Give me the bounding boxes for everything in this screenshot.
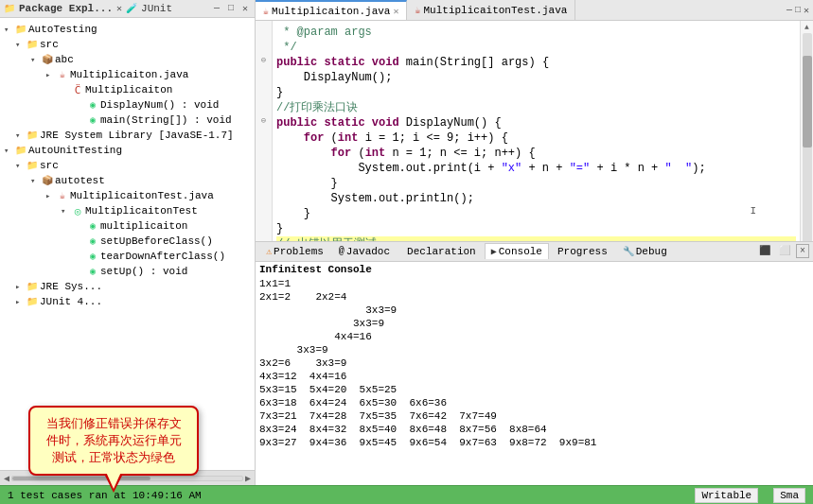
tree-label-jre1: JRE System Library [JavaSE-1.7] [40, 130, 234, 141]
tree-item-src1[interactable]: ▾ 📁 src [0, 37, 255, 52]
maximize-editor-icon[interactable]: □ [795, 5, 801, 16]
bottom-tab-console[interactable]: ▶ Console [485, 243, 549, 259]
tree-item-src2[interactable]: ▾ 📁 src [0, 158, 255, 173]
java-file-icon: ☕ [55, 189, 70, 202]
expand-arrow[interactable]: ▸ [15, 297, 25, 307]
method-icon: ◉ [85, 98, 100, 112]
folder-icon: 📁 [25, 159, 40, 172]
scroll-track[interactable] [803, 33, 812, 241]
expand-arrow[interactable]: ▾ [15, 130, 25, 141]
panel-tab-package[interactable]: Package Expl... [19, 3, 113, 14]
tree-item-main[interactable]: ◉ main(String[]) : void [0, 113, 255, 128]
status-right: Writable Sma [695, 488, 805, 503]
gutter-line [256, 70, 272, 85]
expand-arrow[interactable]: ▾ [4, 25, 13, 35]
scroll-left-arrow[interactable]: ◀ [4, 473, 9, 484]
expand-arrow[interactable]: ▸ [45, 191, 55, 201]
editor-tab-multiplicaiton[interactable]: ☕ Multiplicaiton.java ✕ [256, 0, 407, 20]
tree-item-abc[interactable]: ▾ 📦 abc [0, 52, 255, 67]
expand-arrow[interactable]: ▾ [61, 206, 70, 217]
tree-item-multtest-class[interactable]: ▾ ◎ MultiplicaitonTest [0, 203, 255, 218]
tree-label-multtest-java: MultiplicaitonTest.java [70, 190, 214, 201]
minimize-icon[interactable]: — [211, 2, 222, 15]
console-title: Infinitest Console [259, 264, 809, 275]
code-area[interactable]: ⊖ ⊖ * @param args [256, 21, 813, 241]
expand-arrow[interactable]: ▸ [15, 282, 25, 292]
tree-label-autotesting: AutoTesting [28, 24, 97, 35]
package-icon: 📦 [40, 174, 55, 187]
debug-icon: 🔧 [623, 246, 634, 257]
expand-arrow[interactable]: ▾ [15, 161, 25, 171]
gutter-minus: ⊖ [256, 55, 272, 70]
tree-item-autotesting[interactable]: ▾ 📁 AutoTesting [0, 22, 255, 37]
left-panel-header: 📁 Package Expl... ✕ 🧪 JUnit — □ ✕ [0, 0, 255, 18]
method-icon: ◉ [85, 265, 100, 278]
tree-item-multiplicaiton-class[interactable]: C̈ Multiplicaiton [0, 82, 255, 97]
scroll-right-arrow[interactable]: ▶ [245, 473, 251, 484]
tree-item-autotest[interactable]: ▾ 📦 autotest [0, 173, 255, 188]
tree-label-setup: setUp() : void [100, 266, 187, 277]
tree-item-jre1[interactable]: ▾ 📁 JRE System Library [JavaSE-1.7] [0, 128, 255, 143]
panel-close-icon[interactable]: ✕ [239, 2, 251, 15]
folder-icon: 📁 [25, 129, 40, 142]
tree-item-setup[interactable]: ◉ setUp() : void [0, 264, 255, 279]
tree-label-autounit: AutoUnitTesting [28, 145, 122, 156]
editor-tab-multtest[interactable]: ☕ MultiplicaitonTest.java [407, 0, 575, 20]
code-line-highlight1: // 出错以用于测试 [276, 236, 796, 241]
tree-item-jre2[interactable]: ▸ 📁 JRE Sys... [0, 279, 255, 294]
method-icon: ◉ [85, 113, 100, 127]
code-line: public static void DisplayNum() { [276, 115, 796, 130]
panel-tab-junit[interactable]: JUnit [141, 3, 172, 14]
panel-icon-group: — □ ✕ [211, 2, 251, 15]
expand-arrow[interactable]: ▾ [15, 40, 25, 50]
tree-item-setup-before[interactable]: ◉ setUpBeforeClass() [0, 234, 255, 249]
tree-item-multtest-java[interactable]: ▸ ☕ MultiplicaitonTest.java [0, 188, 255, 203]
tree-item-mult-method[interactable]: ◉ multiplicaiton [0, 218, 255, 234]
expand-arrow[interactable]: ▾ [30, 176, 40, 186]
expand-arrow[interactable]: ▸ [45, 70, 55, 80]
bottom-icon-1[interactable]: ⬛ [756, 244, 773, 258]
at-icon: @ [339, 246, 345, 256]
tree-label-setup-before: setUpBeforeClass() [100, 235, 213, 247]
tooltip-bubble: 当我们修正错误并保存文件时，系统再次运行单元测试，正常状态为绿色 [28, 406, 199, 476]
scroll-thumb [803, 56, 812, 148]
close-editor-icon[interactable]: ✕ [804, 5, 809, 16]
code-line: DisplayNum(); [276, 70, 796, 85]
tree-item-multiplicaiton-java[interactable]: ▸ ☕ Multiplicaiton.java [0, 67, 255, 82]
tree-item-teardown[interactable]: ◉ tearDownAfterClass() [0, 249, 255, 264]
code-line: * @param args [276, 25, 796, 40]
console-area[interactable]: Infinitest Console 1x1=1 2x1=2 2x2=4 3x3… [256, 262, 813, 486]
tree-item-junit4[interactable]: ▸ 📁 JUnit 4... [0, 294, 255, 309]
code-line: } [276, 221, 796, 236]
tab-close-icon[interactable]: ✕ [393, 6, 398, 17]
editor-tabs: ☕ Multiplicaiton.java ✕ ☕ Multiplicaiton… [256, 0, 813, 21]
scroll-track[interactable] [11, 476, 243, 481]
gutter-line [256, 191, 272, 206]
bottom-tabs-bar: ⚠ Problems @ Javadoc Declaration ▶ Conso… [256, 241, 813, 262]
tree-item-autounit[interactable]: ▾ 📁 AutoUnitTesting [0, 143, 255, 158]
tooltip-text: 当我们修正错误并保存文件时，系统再次运行单元测试，正常状态为绿色 [46, 416, 182, 464]
tree-item-displaynum[interactable]: ◉ DisplayNum() : void [0, 97, 255, 113]
tree-label-jre2: JRE Sys... [40, 281, 102, 292]
folder-icon: 📁 [25, 280, 40, 293]
expand-arrow[interactable]: ▾ [4, 146, 13, 156]
folder-icon: 📁 [25, 38, 40, 51]
bottom-icon-2[interactable]: ⬜ [776, 244, 793, 258]
bottom-tab-javadoc[interactable]: @ Javadoc [332, 243, 397, 260]
bottom-icon-3[interactable]: × [796, 244, 809, 258]
code-scrollbar[interactable]: ▲ ▼ [800, 21, 813, 241]
gutter-line [256, 25, 272, 40]
gutter-line [256, 221, 272, 236]
bottom-tab-progress[interactable]: Progress [551, 243, 614, 260]
scroll-up-arrow[interactable]: ▲ [804, 23, 809, 31]
tree-area: ▾ 📁 AutoTesting ▾ 📁 src ▾ 📦 abc ▸ [0, 18, 255, 470]
close-icon[interactable]: ✕ [116, 3, 122, 14]
bottom-tab-declaration[interactable]: Declaration [398, 243, 483, 260]
bottom-tab-debug[interactable]: 🔧 Debug [616, 243, 674, 260]
maximize-icon[interactable]: □ [225, 2, 237, 15]
expand-arrow[interactable]: ▾ [30, 55, 40, 65]
bottom-tab-problems[interactable]: ⚠ Problems [259, 243, 330, 260]
code-lines[interactable]: * @param args */ public static void main… [273, 21, 800, 241]
tree-label-mult-java: Multiplicaiton.java [70, 69, 188, 80]
minimize-editor-icon[interactable]: — [786, 5, 792, 16]
